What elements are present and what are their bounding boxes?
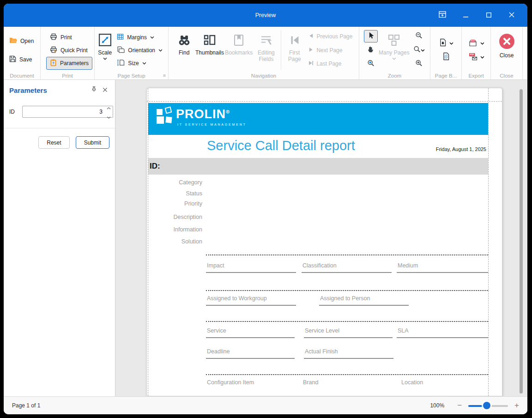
zoom-percentage: 100% (430, 402, 444, 409)
report-page: PROLIN® IT SERVICE MANAGEMENT Service Ca… (146, 88, 502, 396)
ribbon-group-zoom: Many Pages Zoom (359, 27, 430, 79)
assigned-workgroup-field: Assigned to Workgroup (206, 295, 296, 306)
find-icon (177, 33, 191, 48)
solution-label: Solution (147, 238, 202, 245)
thumbnails-button[interactable]: Thumbnails (195, 30, 224, 71)
many-pages-label: Many Pages (379, 49, 410, 56)
impact-field: Impact (206, 262, 296, 273)
margins-icon (117, 33, 124, 42)
many-pages-button[interactable]: Many Pages (379, 30, 410, 71)
id-spin-editor[interactable]: 3 (22, 106, 113, 118)
zoom-slider-thumb[interactable] (483, 402, 490, 409)
size-icon (117, 59, 125, 67)
parameters-label: Parameters (60, 60, 89, 67)
find-button[interactable]: Find (173, 30, 195, 71)
zoom-out-slider-button[interactable]: − (457, 402, 462, 409)
chevron-down-icon (449, 42, 453, 45)
pin-panel-button[interactable] (88, 85, 99, 95)
group-caption-navigation: Navigation (169, 73, 359, 79)
scale-button[interactable]: Scale (97, 30, 113, 71)
close-panel-button[interactable] (99, 85, 110, 95)
ribbon-group-print: Print Quick Print ? Parameters Print (41, 27, 95, 79)
spin-up-button[interactable] (107, 103, 111, 111)
service-field: Service (206, 327, 295, 338)
last-page-button[interactable]: Last Page (306, 57, 357, 71)
zoom-slider[interactable] (468, 402, 508, 409)
editing-fields-button[interactable]: Editing Fields (254, 30, 279, 71)
maximize-button[interactable] (480, 7, 497, 23)
report-id-label: ID: (148, 162, 160, 170)
chevron-down-icon (480, 56, 484, 59)
prolin-logo: PROLIN® IT SERVICE MANAGEMENT (157, 107, 277, 131)
pointer-icon (367, 31, 375, 41)
chevron-down-icon (142, 62, 146, 65)
maximize-icon (486, 12, 491, 19)
page-indicator: Page 1 of 1 (12, 402, 40, 409)
spin-down-button[interactable] (107, 112, 111, 121)
scale-icon (98, 33, 112, 48)
document-preview-area[interactable]: PROLIN® IT SERVICE MANAGEMENT Service Ca… (115, 80, 527, 396)
margins-button[interactable]: Margins (113, 31, 166, 44)
close-window-button[interactable] (503, 7, 520, 23)
save-button[interactable]: Save (6, 53, 38, 66)
size-button[interactable]: Size (113, 57, 166, 70)
deadline-field: Deadline (206, 348, 295, 359)
watermark-icon (442, 52, 450, 62)
id-parameter-value: 3 (23, 109, 104, 115)
orientation-icon (117, 46, 125, 55)
report-title: Service Call Detail report (207, 138, 355, 153)
zoom-tool[interactable] (364, 58, 378, 70)
collapse-ribbon-button[interactable] (434, 7, 451, 23)
export-document-button[interactable]: PDF (468, 38, 484, 48)
page-color-button[interactable] (439, 38, 453, 48)
submit-button[interactable]: Submit (76, 136, 109, 149)
first-page-button[interactable]: First Page (283, 30, 306, 71)
close-preview-button[interactable]: Close (493, 30, 520, 71)
reset-button[interactable]: Reset (38, 136, 69, 149)
print-icon (50, 33, 57, 42)
quick-print-icon (50, 46, 57, 55)
dialog-launcher-icon[interactable]: ≡ (163, 73, 166, 78)
previous-page-button[interactable]: Previous Page (306, 30, 357, 43)
vertical-scrollbar[interactable] (520, 89, 523, 394)
minimize-button[interactable] (457, 7, 474, 23)
zoom-out-icon (415, 31, 423, 41)
send-via-email-button[interactable]: PDF (468, 52, 484, 62)
zoom-dropdown-button[interactable] (410, 44, 428, 56)
ribbon-group-export: PDF PDF Export (462, 27, 491, 79)
next-page-label: Next Page (316, 47, 342, 54)
brand-name: PROLIN® (176, 107, 230, 121)
quick-print-button[interactable]: Quick Print (46, 44, 92, 57)
group-caption-export: Export (462, 73, 490, 79)
save-icon (9, 55, 16, 64)
many-pages-icon (387, 33, 401, 48)
orientation-button[interactable]: Orientation (113, 44, 166, 57)
zoom-dropdown-icon (413, 45, 421, 55)
scrollbar-thumb[interactable] (520, 89, 523, 394)
print-button[interactable]: Print (46, 31, 92, 44)
open-button[interactable]: Open (6, 35, 38, 48)
parameters-panel: Parameters ID 3 Reset Submit (4, 80, 115, 396)
margins-label: Margins (127, 34, 147, 41)
open-folder-icon (9, 37, 17, 45)
dotted-separator (206, 254, 488, 255)
pin-icon (91, 86, 97, 94)
mouse-pointer-tool[interactable] (364, 30, 378, 42)
report-banner: PROLIN® IT SERVICE MANAGEMENT (148, 103, 488, 135)
last-page-label: Last Page (316, 61, 341, 67)
watermark-button[interactable] (442, 52, 450, 62)
margin-line-top (147, 101, 502, 102)
previous-page-label: Previous Page (316, 33, 352, 40)
zoom-out-button[interactable] (412, 30, 426, 42)
bookmarks-button[interactable]: Bookmarks (224, 30, 254, 71)
chevron-down-icon (150, 36, 154, 39)
zoom-in-button[interactable] (412, 58, 426, 70)
group-caption-page-background: Page B... (430, 73, 461, 79)
parameters-toggle-button[interactable]: ? Parameters (46, 57, 92, 70)
bookmarks-icon (232, 33, 246, 48)
hand-tool[interactable] (364, 44, 378, 56)
zoom-in-slider-button[interactable]: + (514, 402, 519, 409)
next-page-button[interactable]: Next Page (306, 43, 357, 57)
thumbnails-icon (203, 33, 217, 48)
service-level-field: Service Level (304, 327, 393, 338)
